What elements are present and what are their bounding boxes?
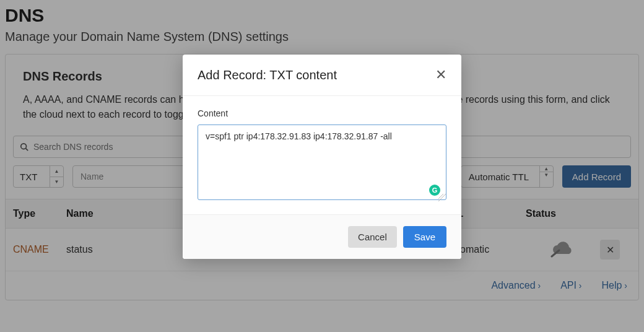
grammarly-icon: G [429,185,440,196]
modal-overlay[interactable]: Add Record: TXT content ✕ Content G Canc… [0,0,644,332]
modal-title: Add Record: TXT content [198,68,337,82]
close-icon: ✕ [435,67,446,82]
add-record-modal: Add Record: TXT content ✕ Content G Canc… [183,55,461,259]
content-label: Content [198,108,446,118]
modal-close-button[interactable]: ✕ [435,67,446,83]
content-textarea[interactable] [198,124,446,200]
save-button[interactable]: Save [403,226,446,248]
cancel-button[interactable]: Cancel [348,226,397,248]
